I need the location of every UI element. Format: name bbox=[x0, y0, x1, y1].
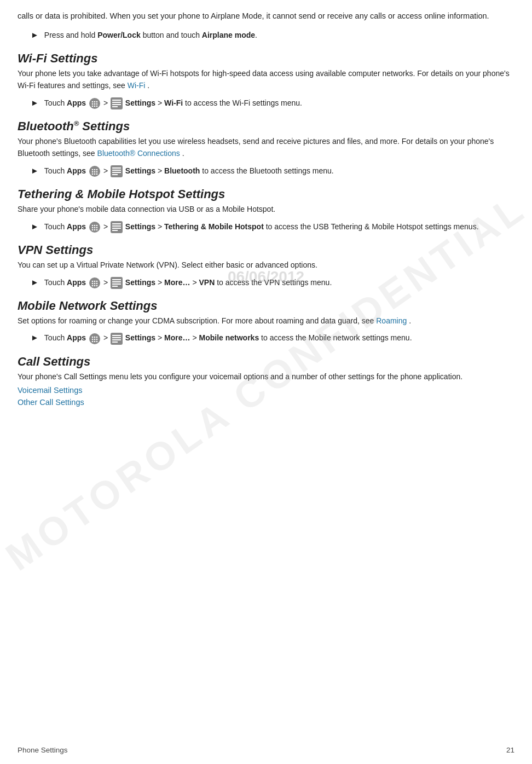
bullet-power-lock-text: Press and hold Power/Lock button and tou… bbox=[44, 30, 257, 42]
svg-point-2 bbox=[94, 101, 96, 103]
svg-rect-57 bbox=[112, 281, 121, 282]
svg-point-49 bbox=[92, 282, 94, 284]
svg-point-53 bbox=[94, 285, 96, 286]
mobile-network-section-body: Set options for roaming or change your C… bbox=[18, 315, 514, 327]
page-footer: Phone Settings 21 bbox=[18, 746, 514, 754]
call-section-title: Call Settings bbox=[18, 355, 514, 369]
apps-icon-mobile bbox=[89, 333, 101, 345]
bluetooth-section-body: Your phone's Bluetooth capabilities let … bbox=[18, 136, 514, 159]
svg-point-23 bbox=[94, 173, 96, 175]
svg-rect-28 bbox=[112, 172, 121, 173]
bullet-vpn-text: Touch Apps > Settings > More… > VPN to a… bbox=[44, 277, 332, 289]
svg-rect-71 bbox=[112, 335, 121, 336]
roaming-link[interactable]: Roaming bbox=[376, 316, 407, 325]
other-call-settings-link[interactable]: Other Call Settings bbox=[18, 398, 514, 407]
svg-point-33 bbox=[96, 225, 98, 227]
svg-rect-40 bbox=[111, 221, 123, 233]
wifi-link[interactable]: Wi-Fi bbox=[128, 81, 146, 90]
apps-icon-bluetooth bbox=[89, 165, 101, 177]
wifi-section-title: Wi-Fi Settings bbox=[18, 51, 514, 66]
svg-point-18 bbox=[96, 169, 98, 171]
svg-point-51 bbox=[96, 282, 98, 284]
bullet-bluetooth: ► Touch Apps > Settings > Bluetooth to a… bbox=[31, 165, 514, 177]
svg-rect-42 bbox=[112, 225, 121, 227]
svg-point-32 bbox=[94, 225, 96, 227]
svg-point-37 bbox=[92, 229, 94, 231]
bullet-mobile-network: ► Touch Apps > Settings > More… > Mobile… bbox=[31, 332, 514, 344]
svg-point-20 bbox=[94, 171, 96, 173]
bullet-arrow-5: ► bbox=[31, 277, 39, 287]
bullet-wifi-text: Touch Apps > Settings > Wi-Fi to access … bbox=[44, 97, 302, 109]
bullet-arrow-6: ► bbox=[31, 333, 39, 342]
footer-page-number: 21 bbox=[506, 746, 514, 754]
svg-point-36 bbox=[96, 227, 98, 229]
svg-point-69 bbox=[96, 340, 98, 342]
svg-point-8 bbox=[94, 106, 96, 107]
svg-point-47 bbox=[94, 280, 96, 282]
svg-point-24 bbox=[96, 173, 98, 175]
tethering-section-body: Share your phone's mobile data connectio… bbox=[18, 204, 514, 216]
svg-point-19 bbox=[92, 171, 94, 173]
bullet-tethering-text: Touch Apps > Settings > Tethering & Mobi… bbox=[44, 221, 479, 233]
svg-point-35 bbox=[94, 227, 96, 229]
svg-rect-72 bbox=[112, 337, 121, 338]
bullet-wifi: ► Touch Apps > Settings > Wi-Fi to acces… bbox=[31, 97, 514, 109]
svg-point-21 bbox=[96, 171, 98, 173]
wifi-section-body: Your phone lets you take advantage of Wi… bbox=[18, 68, 514, 91]
bullet-arrow-3: ► bbox=[31, 166, 39, 175]
bullet-arrow-1: ► bbox=[31, 30, 39, 39]
svg-rect-27 bbox=[112, 170, 121, 171]
svg-rect-44 bbox=[112, 230, 118, 231]
svg-point-34 bbox=[92, 227, 94, 229]
settings-icon-bluetooth bbox=[111, 165, 123, 177]
svg-rect-55 bbox=[111, 277, 123, 289]
svg-point-1 bbox=[92, 101, 94, 103]
apps-icon-wifi bbox=[89, 97, 101, 109]
apps-icon-vpn bbox=[89, 277, 101, 289]
svg-point-9 bbox=[96, 106, 98, 107]
svg-point-52 bbox=[92, 285, 94, 286]
tethering-section-title: Tethering & Mobile Hotspot Settings bbox=[18, 187, 514, 201]
call-section-body: Your phone's Call Settings menu lets you… bbox=[18, 371, 514, 383]
bullet-mobile-network-text: Touch Apps > Settings > More… > Mobile n… bbox=[44, 332, 412, 344]
svg-point-65 bbox=[94, 338, 96, 340]
bluetooth-section-title: Bluetooth® Settings bbox=[18, 119, 514, 134]
settings-icon-tethering bbox=[111, 221, 123, 233]
svg-point-3 bbox=[96, 101, 98, 103]
settings-icon-vpn bbox=[111, 277, 123, 289]
svg-rect-14 bbox=[112, 106, 118, 107]
svg-point-22 bbox=[92, 173, 94, 175]
svg-rect-41 bbox=[112, 223, 121, 224]
svg-rect-59 bbox=[112, 286, 118, 287]
svg-point-6 bbox=[96, 103, 98, 105]
bullet-tethering: ► Touch Apps > Settings > Tethering & Mo… bbox=[31, 221, 514, 233]
svg-point-54 bbox=[96, 285, 98, 286]
svg-point-68 bbox=[94, 340, 96, 342]
bullet-bluetooth-text: Touch Apps > Settings > Bluetooth to acc… bbox=[44, 165, 334, 177]
svg-rect-13 bbox=[112, 104, 121, 105]
bullet-arrow-2: ► bbox=[31, 98, 39, 107]
footer-label: Phone Settings bbox=[18, 746, 68, 754]
settings-icon-mobile bbox=[111, 333, 123, 345]
svg-point-66 bbox=[96, 338, 98, 340]
svg-point-50 bbox=[94, 282, 96, 284]
svg-point-38 bbox=[94, 229, 96, 231]
svg-rect-25 bbox=[111, 165, 123, 177]
svg-point-4 bbox=[92, 103, 94, 105]
svg-rect-58 bbox=[112, 283, 121, 285]
voicemail-settings-link[interactable]: Voicemail Settings bbox=[18, 386, 514, 395]
svg-point-67 bbox=[92, 340, 94, 342]
svg-point-5 bbox=[94, 103, 96, 105]
bluetooth-link[interactable]: Bluetooth® Connections bbox=[97, 149, 180, 158]
svg-rect-43 bbox=[112, 228, 121, 229]
settings-icon-wifi bbox=[111, 97, 123, 109]
svg-point-64 bbox=[92, 338, 94, 340]
apps-icon-tethering bbox=[89, 221, 101, 233]
bullet-arrow-4: ► bbox=[31, 222, 39, 231]
vpn-section-body: You can set up a Virtual Private Network… bbox=[18, 259, 514, 271]
svg-rect-26 bbox=[112, 167, 121, 169]
svg-point-62 bbox=[94, 336, 96, 338]
svg-rect-70 bbox=[111, 333, 123, 345]
vpn-section-title: VPN Settings bbox=[18, 243, 514, 257]
svg-point-17 bbox=[94, 169, 96, 171]
